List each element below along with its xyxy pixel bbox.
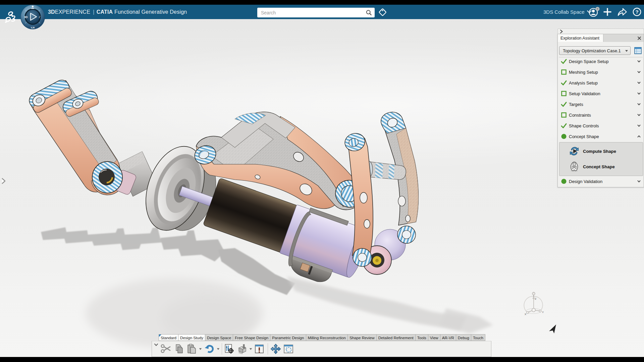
exploration-assistant-panel: Exploration Assistant Topology Optimizat…	[557, 34, 644, 187]
screen-top-black-strip	[0, 0, 644, 5]
assistant-step-constraints[interactable]: Constraints	[560, 111, 642, 119]
tab-view[interactable]: View	[428, 334, 440, 341]
tab-detailed-refinement[interactable]: Detailed Refinement	[377, 334, 416, 341]
concept-shape-icon	[569, 161, 580, 172]
tab-tools[interactable]: Tools	[416, 334, 428, 341]
3d-viewport[interactable]	[0, 5, 644, 357]
case-dropdown-value: Topology Optimization Case.1	[563, 48, 621, 53]
app-subname: Functional Generative Design	[114, 9, 187, 15]
assistant-step-meshing-setup[interactable]: Meshing Setup	[560, 68, 642, 76]
check-icon	[560, 122, 567, 129]
tab-milling-reconstruction[interactable]: Milling Reconstruction	[306, 334, 348, 341]
error-report-icon[interactable]	[254, 344, 265, 354]
tab-label: Detailed Refinement	[378, 336, 414, 340]
compass-ir-label: i'	[39, 16, 41, 19]
active-tab-corner	[159, 335, 161, 337]
chevron-down-icon[interactable]	[637, 59, 641, 63]
move-4way-icon[interactable]	[270, 344, 281, 354]
toolbar-separator	[268, 343, 268, 355]
assistant-step-design-validation[interactable]: Design Validation	[560, 177, 642, 185]
case-table-icon[interactable]	[634, 47, 642, 55]
concept-shape-actions-box: Compute Shape Concept Shape	[559, 142, 643, 176]
tab-label: Parametric Design	[272, 336, 304, 340]
chevron-down-icon[interactable]	[637, 102, 641, 106]
tab-design-space[interactable]: Design Space	[205, 334, 233, 341]
chevron-down-icon[interactable]	[637, 92, 641, 96]
tab-touch[interactable]: Touch	[471, 334, 485, 341]
cut-icon[interactable]	[161, 344, 171, 354]
assistant-step-setup-validation[interactable]: Setup Validation	[560, 89, 642, 98]
chevron-down-icon[interactable]	[637, 113, 641, 117]
chevron-down-icon[interactable]	[637, 124, 641, 128]
case-dropdown[interactable]: Topology Optimization Case.1	[559, 46, 631, 55]
check-icon	[560, 58, 567, 65]
tab-label: Design Space	[207, 336, 231, 340]
chevron-up-icon[interactable]	[637, 134, 641, 138]
dassault-3ds-logo[interactable]	[4, 11, 16, 23]
todo-box-icon	[560, 112, 567, 118]
chevron-down-icon[interactable]	[637, 70, 641, 74]
insert-dropdown-icon[interactable]	[249, 348, 252, 350]
toolbar-collapse-chevron-icon[interactable]	[153, 343, 159, 347]
assistant-step-targets[interactable]: Targets	[560, 100, 642, 108]
cad-model[interactable]	[0, 5, 644, 362]
left-bracket[interactable]	[27, 77, 137, 195]
toolbar-separator	[222, 343, 222, 355]
undo-dropdown-icon[interactable]	[217, 348, 220, 350]
panel-header: Exploration Assistant	[558, 34, 644, 42]
search-input[interactable]	[257, 10, 363, 15]
paste-icon[interactable]	[186, 344, 197, 354]
tab-label: Milling Reconstruction	[308, 336, 346, 340]
tab-standard[interactable]: Standard	[159, 334, 178, 341]
compute-shape-label: Compute Shape	[583, 149, 616, 154]
collab-space-selector[interactable]: 3DS Collab Space	[543, 5, 592, 19]
app-title: 3DEXPERIENCE|CATIA Functional Generative…	[48, 5, 187, 19]
tab-shape-review[interactable]: Shape Review	[348, 334, 377, 341]
left-panel-expander-chevron-icon[interactable]	[1, 177, 7, 185]
user-icon[interactable]	[588, 5, 602, 19]
tag-icon[interactable]	[378, 8, 387, 17]
check-icon	[560, 101, 567, 108]
panel-collapse-strip[interactable]	[557, 28, 644, 34]
assistant-step-concept-shape[interactable]: Concept Shape	[560, 132, 642, 140]
search-icon[interactable]	[363, 8, 375, 17]
app-catia: CATIA	[97, 9, 113, 15]
standard-toolbar	[152, 341, 491, 357]
3dexperience-compass[interactable]: 3D i' V,R	[20, 4, 46, 30]
tab-parametric-design[interactable]: Parametric Design	[270, 334, 306, 341]
chevron-down-icon[interactable]	[637, 179, 641, 183]
tab-free-shape-design[interactable]: Free Shape Design	[233, 334, 270, 341]
step-label: Analysis Setup	[569, 80, 637, 85]
green-dot-icon	[560, 178, 567, 185]
close-icon[interactable]	[637, 36, 642, 41]
step-label: Setup Validation	[569, 91, 637, 96]
title-divider: |	[90, 9, 97, 15]
copy-icon[interactable]	[174, 344, 184, 354]
share-icon[interactable]	[617, 5, 627, 19]
undo-icon[interactable]	[204, 344, 215, 354]
assistant-step-design-space-setup[interactable]: Design Space Setup	[560, 57, 642, 65]
help-icon[interactable]: ?	[632, 5, 642, 19]
tab-label: Standard	[161, 336, 176, 340]
tab-label: Design Study	[180, 336, 203, 340]
check-icon	[560, 79, 567, 86]
compute-shape-button[interactable]: Compute Shape	[559, 143, 643, 159]
tab-ar-vr[interactable]: AR-VR	[440, 334, 456, 341]
concept-shape-button[interactable]: Concept Shape	[559, 159, 643, 174]
assistant-step-shape-controls[interactable]: Shape Controls	[560, 122, 642, 130]
assistant-step-analysis-setup[interactable]: Analysis Setup	[560, 79, 642, 87]
triad-y-label: Y	[542, 311, 544, 314]
tab-label: AR-VR	[442, 336, 454, 340]
tab-debug[interactable]: Debug	[456, 334, 471, 341]
paste-dropdown-icon[interactable]	[199, 348, 202, 350]
screen-bottom-black-strip	[0, 357, 644, 362]
update-icon[interactable]	[224, 344, 234, 354]
tab-design-study[interactable]: Design Study	[178, 334, 205, 341]
green-dot-icon	[560, 133, 567, 140]
panel-tab-exploration-assistant[interactable]: Exploration Assistant	[558, 34, 603, 42]
plus-icon[interactable]	[603, 5, 612, 19]
compass-3d-label: 3D	[24, 15, 28, 19]
insert-with-update-icon[interactable]	[237, 344, 248, 354]
chevron-down-icon[interactable]	[637, 81, 641, 85]
selection-trap-icon[interactable]	[283, 344, 294, 354]
